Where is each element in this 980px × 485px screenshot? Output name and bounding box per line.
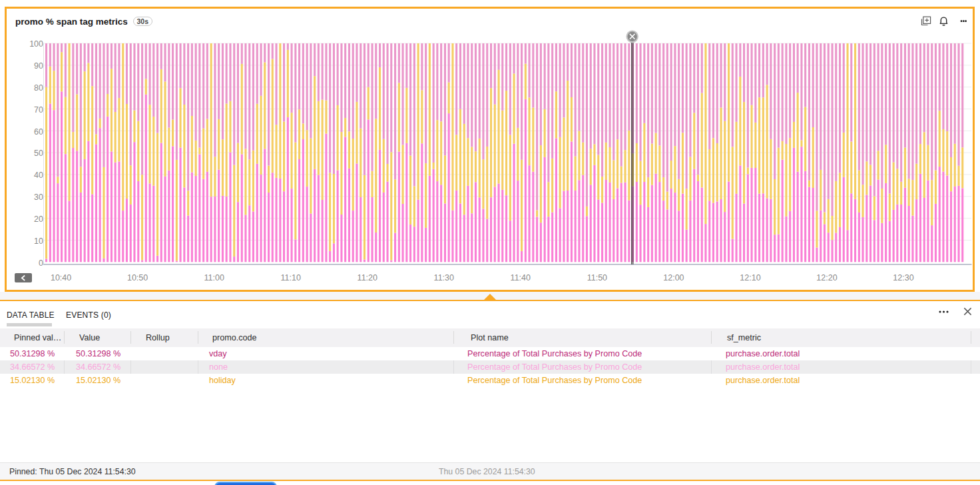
svg-text:60: 60	[34, 127, 43, 137]
svg-text:40: 40	[34, 171, 43, 180]
svg-text:11:00: 11:00	[204, 273, 224, 282]
svg-text:100: 100	[29, 39, 43, 49]
svg-text:50: 50	[34, 149, 43, 158]
svg-text:12:10: 12:10	[740, 273, 760, 282]
svg-text:10: 10	[34, 237, 43, 246]
svg-text:20: 20	[34, 215, 43, 224]
svg-text:70: 70	[34, 105, 43, 115]
svg-text:11:40: 11:40	[511, 273, 531, 282]
svg-text:80: 80	[34, 83, 43, 93]
svg-text:12:30: 12:30	[893, 273, 913, 282]
svg-text:10:50: 10:50	[127, 273, 148, 282]
svg-text:12:00: 12:00	[663, 273, 684, 282]
svg-text:0: 0	[39, 258, 43, 268]
svg-text:11:20: 11:20	[358, 273, 377, 282]
svg-text:11:30: 11:30	[434, 273, 454, 282]
svg-text:11:50: 11:50	[587, 273, 607, 282]
svg-text:10:40: 10:40	[51, 273, 71, 282]
svg-text:11:10: 11:10	[281, 273, 301, 282]
svg-text:12:20: 12:20	[816, 273, 837, 282]
svg-text:30: 30	[34, 193, 43, 202]
svg-text:90: 90	[34, 61, 43, 71]
